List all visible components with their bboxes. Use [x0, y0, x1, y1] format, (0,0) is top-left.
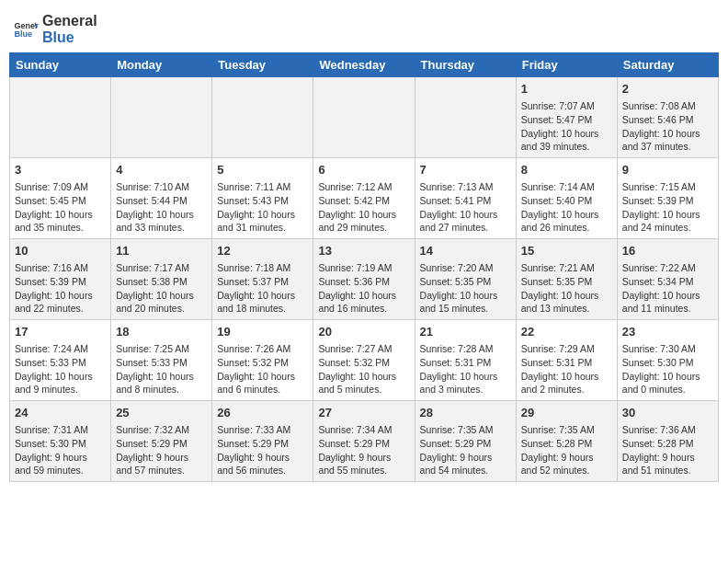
calendar-cell: 22Sunrise: 7:29 AM Sunset: 5:31 PM Dayli… [516, 320, 617, 401]
day-number: 10 [15, 243, 106, 259]
day-number: 8 [521, 162, 612, 178]
day-info: Sunrise: 7:35 AM Sunset: 5:29 PM Dayligh… [420, 423, 511, 477]
day-number: 7 [420, 162, 511, 178]
day-info: Sunrise: 7:32 AM Sunset: 5:29 PM Dayligh… [116, 423, 207, 477]
day-number: 21 [420, 324, 511, 340]
day-number: 24 [15, 405, 106, 421]
day-info: Sunrise: 7:07 AM Sunset: 5:47 PM Dayligh… [521, 99, 612, 154]
weekday-header-tuesday: Tuesday [212, 53, 313, 77]
day-info: Sunrise: 7:36 AM Sunset: 5:28 PM Dayligh… [622, 423, 713, 477]
header: General Blue General Blue [9, 9, 719, 45]
day-info: Sunrise: 7:08 AM Sunset: 5:46 PM Dayligh… [622, 99, 713, 154]
day-info: Sunrise: 7:19 AM Sunset: 5:36 PM Dayligh… [318, 261, 409, 316]
calendar-cell: 2Sunrise: 7:08 AM Sunset: 5:46 PM Daylig… [617, 77, 718, 158]
logo-blue: Blue [42, 29, 97, 46]
day-number: 18 [116, 324, 207, 340]
day-number: 23 [622, 324, 713, 340]
weekday-header-saturday: Saturday [617, 53, 718, 77]
weekday-header-sunday: Sunday [10, 53, 111, 77]
day-info: Sunrise: 7:20 AM Sunset: 5:35 PM Dayligh… [420, 261, 511, 316]
day-info: Sunrise: 7:16 AM Sunset: 5:39 PM Dayligh… [15, 261, 106, 316]
day-info: Sunrise: 7:29 AM Sunset: 5:31 PM Dayligh… [521, 342, 612, 396]
day-number: 28 [420, 405, 511, 421]
day-info: Sunrise: 7:34 AM Sunset: 5:29 PM Dayligh… [318, 423, 409, 477]
day-info: Sunrise: 7:09 AM Sunset: 5:45 PM Dayligh… [15, 180, 106, 235]
calendar-week-1: 1Sunrise: 7:07 AM Sunset: 5:47 PM Daylig… [10, 77, 719, 158]
day-info: Sunrise: 7:22 AM Sunset: 5:34 PM Dayligh… [622, 261, 713, 316]
calendar-cell: 15Sunrise: 7:21 AM Sunset: 5:35 PM Dayli… [516, 239, 617, 320]
calendar-cell: 25Sunrise: 7:32 AM Sunset: 5:29 PM Dayli… [111, 400, 212, 481]
day-number: 20 [318, 324, 409, 340]
weekday-header-wednesday: Wednesday [313, 53, 415, 77]
day-info: Sunrise: 7:13 AM Sunset: 5:41 PM Dayligh… [420, 180, 511, 235]
calendar-cell: 12Sunrise: 7:18 AM Sunset: 5:37 PM Dayli… [212, 239, 313, 320]
calendar-cell: 11Sunrise: 7:17 AM Sunset: 5:38 PM Dayli… [111, 239, 212, 320]
calendar-week-3: 10Sunrise: 7:16 AM Sunset: 5:39 PM Dayli… [10, 239, 719, 320]
day-info: Sunrise: 7:27 AM Sunset: 5:32 PM Dayligh… [318, 342, 409, 396]
logo-general: General [42, 13, 97, 29]
calendar-cell: 20Sunrise: 7:27 AM Sunset: 5:32 PM Dayli… [313, 320, 415, 401]
day-number: 19 [217, 324, 308, 340]
day-number: 6 [318, 162, 409, 178]
calendar-cell: 5Sunrise: 7:11 AM Sunset: 5:43 PM Daylig… [212, 158, 313, 239]
day-number: 26 [217, 405, 308, 421]
day-number: 22 [521, 324, 612, 340]
day-number: 2 [622, 81, 713, 98]
calendar-cell: 14Sunrise: 7:20 AM Sunset: 5:35 PM Dayli… [415, 239, 516, 320]
calendar-cell: 8Sunrise: 7:14 AM Sunset: 5:40 PM Daylig… [516, 158, 617, 239]
day-info: Sunrise: 7:18 AM Sunset: 5:37 PM Dayligh… [217, 261, 308, 316]
calendar-cell: 27Sunrise: 7:34 AM Sunset: 5:29 PM Dayli… [313, 400, 415, 481]
day-number: 11 [116, 243, 207, 259]
day-info: Sunrise: 7:28 AM Sunset: 5:31 PM Dayligh… [420, 342, 511, 396]
weekday-header-monday: Monday [111, 53, 212, 77]
calendar-cell: 26Sunrise: 7:33 AM Sunset: 5:29 PM Dayli… [212, 400, 313, 481]
svg-text:Blue: Blue [14, 29, 32, 39]
calendar-cell: 24Sunrise: 7:31 AM Sunset: 5:30 PM Dayli… [10, 400, 111, 481]
calendar-cell: 17Sunrise: 7:24 AM Sunset: 5:33 PM Dayli… [10, 320, 111, 401]
day-number: 27 [318, 405, 409, 421]
calendar-cell: 6Sunrise: 7:12 AM Sunset: 5:42 PM Daylig… [313, 158, 415, 239]
day-number: 9 [622, 162, 713, 178]
calendar-cell: 7Sunrise: 7:13 AM Sunset: 5:41 PM Daylig… [415, 158, 516, 239]
day-info: Sunrise: 7:31 AM Sunset: 5:30 PM Dayligh… [15, 423, 106, 477]
calendar-cell: 10Sunrise: 7:16 AM Sunset: 5:39 PM Dayli… [10, 239, 111, 320]
calendar-cell: 29Sunrise: 7:35 AM Sunset: 5:28 PM Dayli… [516, 400, 617, 481]
calendar-cell: 1Sunrise: 7:07 AM Sunset: 5:47 PM Daylig… [516, 77, 617, 158]
day-info: Sunrise: 7:21 AM Sunset: 5:35 PM Dayligh… [521, 261, 612, 316]
day-number: 4 [116, 162, 207, 178]
day-info: Sunrise: 7:30 AM Sunset: 5:30 PM Dayligh… [622, 342, 713, 396]
day-number: 17 [15, 324, 106, 340]
day-info: Sunrise: 7:14 AM Sunset: 5:40 PM Dayligh… [521, 180, 612, 235]
calendar-week-4: 17Sunrise: 7:24 AM Sunset: 5:33 PM Dayli… [10, 320, 719, 401]
day-info: Sunrise: 7:25 AM Sunset: 5:33 PM Dayligh… [116, 342, 207, 396]
calendar-cell: 16Sunrise: 7:22 AM Sunset: 5:34 PM Dayli… [617, 239, 718, 320]
day-number: 1 [521, 81, 612, 98]
day-number: 30 [622, 405, 713, 421]
calendar-cell [10, 77, 111, 158]
day-info: Sunrise: 7:35 AM Sunset: 5:28 PM Dayligh… [521, 423, 612, 477]
calendar-cell: 23Sunrise: 7:30 AM Sunset: 5:30 PM Dayli… [617, 320, 718, 401]
calendar-cell: 19Sunrise: 7:26 AM Sunset: 5:32 PM Dayli… [212, 320, 313, 401]
calendar-cell: 18Sunrise: 7:25 AM Sunset: 5:33 PM Dayli… [111, 320, 212, 401]
day-info: Sunrise: 7:11 AM Sunset: 5:43 PM Dayligh… [217, 180, 308, 235]
logo-icon: General Blue [13, 17, 39, 42]
day-info: Sunrise: 7:24 AM Sunset: 5:33 PM Dayligh… [15, 342, 106, 396]
calendar-cell: 3Sunrise: 7:09 AM Sunset: 5:45 PM Daylig… [10, 158, 111, 239]
calendar-cell [313, 77, 415, 158]
day-number: 25 [116, 405, 207, 421]
day-number: 3 [15, 162, 106, 178]
day-info: Sunrise: 7:10 AM Sunset: 5:44 PM Dayligh… [116, 180, 207, 235]
weekday-header-friday: Friday [516, 53, 617, 77]
calendar-cell: 30Sunrise: 7:36 AM Sunset: 5:28 PM Dayli… [617, 400, 718, 481]
calendar-cell [111, 77, 212, 158]
calendar-cell [415, 77, 516, 158]
day-number: 13 [318, 243, 409, 259]
day-info: Sunrise: 7:15 AM Sunset: 5:39 PM Dayligh… [622, 180, 713, 235]
calendar: SundayMondayTuesdayWednesdayThursdayFrid… [9, 52, 719, 482]
logo: General Blue General Blue [13, 13, 97, 45]
calendar-cell: 28Sunrise: 7:35 AM Sunset: 5:29 PM Dayli… [415, 400, 516, 481]
day-number: 16 [622, 243, 713, 259]
calendar-cell: 4Sunrise: 7:10 AM Sunset: 5:44 PM Daylig… [111, 158, 212, 239]
calendar-week-2: 3Sunrise: 7:09 AM Sunset: 5:45 PM Daylig… [10, 158, 719, 239]
day-number: 29 [521, 405, 612, 421]
